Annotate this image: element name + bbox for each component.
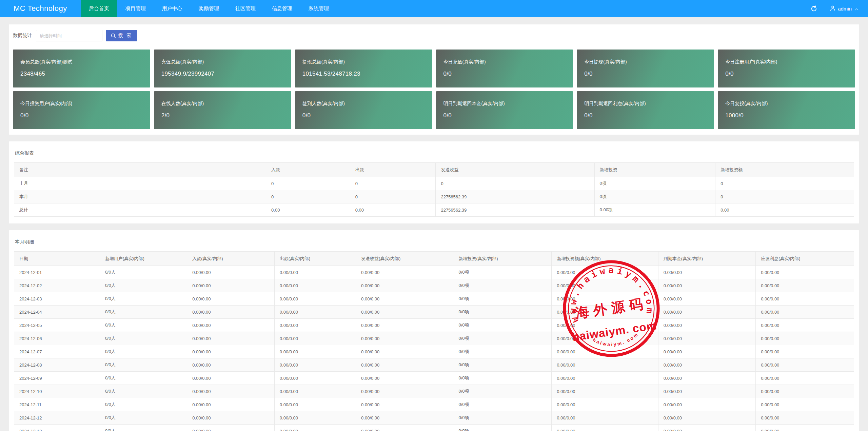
table-cell: 总计 [14, 203, 266, 217]
table-cell: 0.00/0.00 [756, 385, 854, 398]
table-cell: 0/0项 [453, 332, 552, 345]
table-cell: 0/0项 [453, 266, 552, 279]
table-cell: 0.00/0.00 [756, 358, 854, 372]
table-cell: 0.00/0.00 [658, 385, 755, 398]
column-header: 新增投资额(真实/内部) [552, 252, 658, 266]
table-cell: 0.00/0.00 [187, 306, 275, 319]
table-cell: 0.00/0.00 [274, 266, 356, 279]
table-cell: 0.00/0.00 [187, 411, 275, 425]
nav-item-5[interactable]: 社区管理 [227, 0, 264, 17]
stat-card: 今日投资用户(真实/内部)0/0 [13, 91, 150, 129]
table-cell: 0.00/0.00 [756, 411, 854, 425]
table-cell: 0.00/0.00 [658, 411, 755, 425]
table-cell: 0 [436, 177, 594, 190]
stat-card-title: 今日注册用户(真实/内部) [725, 59, 848, 65]
table-cell: 0.00 [350, 203, 436, 217]
table-cell: 0.00/0.00 [658, 372, 755, 385]
table-cell: 0.00/0.00 [356, 292, 453, 306]
table-cell: 0/0人 [100, 279, 187, 292]
nav-item-1[interactable]: 后台首页 [81, 0, 117, 17]
table-cell: 0.00/0.00 [552, 292, 658, 306]
column-header: 备注 [14, 163, 266, 177]
table-row: 2024-12-020/0人0.00/0.000.00/0.000.00/0.0… [14, 279, 854, 292]
nav-item-3[interactable]: 用户中心 [154, 0, 191, 17]
stat-card-title: 提现总额(真实/内部) [302, 59, 425, 65]
table-cell: 0/0项 [453, 372, 552, 385]
nav-item-6[interactable]: 信息管理 [264, 0, 300, 17]
summary-header-row: 备注入款出款发送收益新增投资新增投资额 [14, 163, 854, 177]
table-cell: 22756562.39 [436, 203, 594, 217]
table-cell: 0.00/0.00 [658, 306, 755, 319]
stat-card-title: 在线人数(真实/内部) [161, 101, 284, 107]
table-cell: 0/0项 [453, 398, 552, 411]
table-row: 2024-12-040/0人0.00/0.000.00/0.000.00/0.0… [14, 306, 854, 319]
table-row: 2024-12-100/0人0.00/0.000.00/0.000.00/0.0… [14, 385, 854, 398]
table-cell: 0.00/0.00 [658, 398, 755, 411]
table-cell: 0/0人 [100, 425, 187, 431]
table-cell: 本月 [14, 190, 266, 203]
table-cell: 0 [715, 190, 854, 203]
table-cell: 0.00/0.00 [274, 292, 356, 306]
table-row: 2024-12-070/0人0.00/0.000.00/0.000.00/0.0… [14, 345, 854, 358]
table-cell: 0.00/0.00 [274, 385, 356, 398]
table-cell: 0/0人 [100, 358, 187, 372]
stats-panel: 数据统计 搜 索 会员总数(真实/内部)测试2348/465充值总额(真实/内部… [9, 24, 859, 135]
column-header: 出款 [350, 163, 436, 177]
date-range-input[interactable] [36, 30, 102, 41]
table-cell: 0/0人 [100, 266, 187, 279]
table-cell: 22756562.39 [436, 190, 594, 203]
stat-card-value: 0/0 [20, 112, 143, 119]
column-header: 新增投资额 [715, 163, 854, 177]
table-cell: 0.00/0.00 [356, 306, 453, 319]
table-cell: 0项 [594, 190, 715, 203]
table-cell: 0/0人 [100, 306, 187, 319]
table-cell: 0 [266, 190, 350, 203]
table-cell: 0.00/0.00 [356, 425, 453, 431]
table-cell: 0.00/0.00 [274, 306, 356, 319]
stat-card-value: 0/0 [302, 112, 425, 119]
table-cell: 2024-12-13 [14, 425, 100, 431]
stat-card: 提现总额(真实/内部)101541.53/248718.23 [295, 50, 432, 87]
table-cell: 0.00/0.00 [274, 372, 356, 385]
month-detail-title: 本月明细 [15, 239, 853, 245]
detail-header-row: 日期新增用户(真实/内部)入款(真实/内部)出款(真实/内部)发送收益(真实/内… [14, 252, 854, 266]
table-cell: 0项 [594, 177, 715, 190]
table-cell: 0/0人 [100, 372, 187, 385]
stat-card-value: 0/0 [584, 71, 707, 77]
username: admin [838, 6, 852, 12]
nav-item-7[interactable]: 系统管理 [300, 0, 337, 17]
table-row: 2024-12-060/0人0.00/0.000.00/0.000.00/0.0… [14, 332, 854, 345]
table-cell: 0.00/0.00 [552, 266, 658, 279]
table-cell: 2024-12-11 [14, 398, 100, 411]
summary-report-title: 综合报表 [15, 150, 853, 156]
summary-report-panel: 综合报表 备注入款出款发送收益新增投资新增投资额 上月0000项0本月00227… [9, 141, 859, 223]
stat-card-title: 今日复投(真实/内部) [725, 101, 848, 107]
navbar-right: admin [811, 0, 868, 17]
table-cell: 0.00/0.00 [356, 411, 453, 425]
table-cell: 0/0人 [100, 411, 187, 425]
top-navbar: MC Technology 后台首页项目管理用户中心奖励管理社区管理信息管理系统… [0, 0, 868, 17]
table-cell: 0.00/0.00 [658, 292, 755, 306]
stat-card: 在线人数(真实/内部)2/0 [154, 91, 291, 129]
stat-card-title: 充值总额(真实/内部) [161, 59, 284, 65]
nav-item-4[interactable]: 奖励管理 [191, 0, 227, 17]
column-header: 入款 [266, 163, 350, 177]
table-cell: 0/0项 [453, 292, 552, 306]
table-cell: 0/0项 [453, 306, 552, 319]
table-cell: 0/0项 [453, 425, 552, 431]
table-cell: 2024-12-09 [14, 372, 100, 385]
table-cell: 0/0人 [100, 385, 187, 398]
table-cell: 0.00/0.00 [187, 358, 275, 372]
stat-card: 签到人数(真实/内部)0/0 [295, 91, 432, 129]
table-cell: 0.00项 [594, 203, 715, 217]
user-menu[interactable]: admin [830, 5, 859, 12]
refresh-icon[interactable] [811, 5, 817, 12]
table-cell: 0.00/0.00 [552, 358, 658, 372]
table-cell: 0.00/0.00 [187, 372, 275, 385]
table-cell: 0.00/0.00 [756, 266, 854, 279]
nav-item-2[interactable]: 项目管理 [117, 0, 154, 17]
table-cell: 0/0人 [100, 292, 187, 306]
search-button[interactable]: 搜 索 [106, 30, 137, 41]
table-cell: 0/0项 [453, 319, 552, 332]
table-row: 2024-12-050/0人0.00/0.000.00/0.000.00/0.0… [14, 319, 854, 332]
